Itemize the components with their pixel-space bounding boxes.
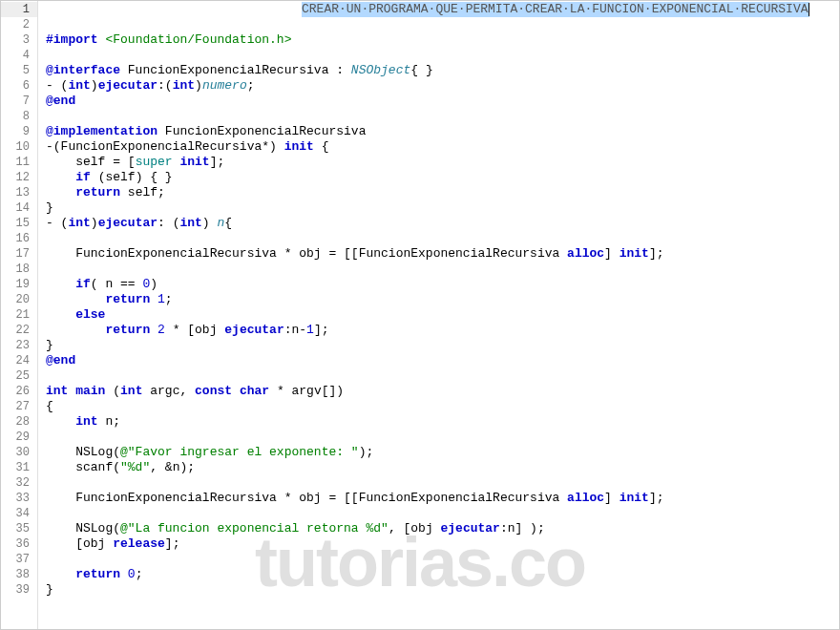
token-str: "%d" (120, 460, 150, 474)
token-pln: ) (91, 216, 98, 230)
token-pln: n; (98, 414, 120, 429)
code-line[interactable]: #import <Foundation/Foundation.h> (46, 32, 840, 48)
token-pln: scanf( (46, 460, 120, 474)
code-line[interactable] (46, 430, 840, 445)
token-pln: :n- (284, 323, 306, 337)
code-line[interactable] (46, 368, 840, 384)
line-number: 39 (0, 582, 37, 598)
code-line[interactable] (46, 17, 840, 32)
selected-comment: CREAR·UN·PROGRAMA·QUE·PERMITA·CREAR·LA·F… (302, 2, 809, 17)
token-pln: } (46, 338, 53, 352)
token-pln: { } (410, 63, 432, 77)
token-pln: ) (91, 78, 98, 93)
code-line[interactable]: scanf("%d", &n); (46, 460, 840, 475)
code-line[interactable]: return 2 * [obj ejecutar:n-1]; (46, 323, 840, 338)
token-pln: FuncionExponencialRecursiva * obj = [[Fu… (46, 246, 567, 261)
code-line[interactable]: CREAR·UN·PROGRAMA·QUE·PERMITA·CREAR·LA·F… (46, 2, 840, 17)
code-line[interactable]: if (self) { } (46, 170, 840, 185)
code-line[interactable]: self = [super init]; (46, 155, 840, 170)
token-at: @end (46, 353, 75, 368)
code-line[interactable] (46, 506, 840, 521)
line-number: 31 (0, 460, 37, 475)
token-pln: ( n == (91, 277, 143, 291)
line-number: 17 (0, 246, 37, 262)
code-line[interactable]: @implementation FuncionExponencialRecurs… (46, 124, 840, 139)
line-number: 23 (0, 338, 37, 353)
token-pln: ]; (210, 155, 225, 169)
line-number: 36 (0, 536, 37, 552)
token-pln: ( (105, 384, 120, 398)
code-line[interactable]: return 1; (46, 292, 840, 307)
line-number: 38 (0, 567, 37, 582)
code-line[interactable]: FuncionExponencialRecursiva * obj = [[Fu… (46, 491, 840, 506)
code-line[interactable]: else (46, 307, 840, 323)
token-num: 0 (128, 567, 136, 581)
code-line[interactable] (46, 109, 840, 124)
code-line[interactable] (46, 552, 840, 567)
token-pln: { (314, 139, 329, 154)
code-line[interactable]: { (46, 399, 840, 414)
token-pln (150, 323, 158, 337)
code-line[interactable]: } (46, 200, 840, 216)
token-kw: return (75, 567, 120, 581)
code-line[interactable]: FuncionExponencialRecursiva * obj = [[Fu… (46, 246, 840, 262)
code-line[interactable]: [obj release]; (46, 536, 840, 552)
code-line[interactable] (46, 475, 840, 491)
code-line[interactable]: NSLog(@"Favor ingresar el exponente: "); (46, 445, 840, 460)
code-line[interactable]: if( n == 0) (46, 277, 840, 292)
token-dir: #import (46, 32, 105, 47)
code-line[interactable]: @end (46, 353, 840, 368)
token-pln (46, 323, 105, 337)
code-line[interactable]: return 0; (46, 567, 840, 582)
code-line[interactable] (46, 231, 840, 246)
token-kw: return (75, 185, 120, 200)
text-cursor (808, 3, 809, 16)
token-kw: return (105, 292, 150, 306)
code-line[interactable]: -(FuncionExponencialRecursiva*) init { (46, 139, 840, 155)
code-line[interactable]: } (46, 338, 840, 353)
code-line[interactable]: @interface FuncionExponencialRecursiva :… (46, 63, 840, 78)
code-line[interactable] (46, 262, 840, 277)
line-number: 4 (0, 48, 37, 63)
token-kw: return (105, 323, 150, 337)
code-line[interactable]: NSLog(@"La funcion exponencial retorna %… (46, 521, 840, 536)
token-at: @interface (46, 63, 120, 77)
code-line[interactable]: } (46, 582, 840, 598)
token-pln: : ( (158, 216, 179, 230)
code-line[interactable] (46, 48, 840, 63)
token-msg: alloc (567, 491, 604, 505)
code-editor[interactable]: 1234567891011121314151617181920212223242… (0, 0, 840, 630)
code-line[interactable]: int n; (46, 414, 840, 430)
token-kw: int (75, 414, 97, 429)
line-number: 27 (0, 399, 37, 414)
token-pln (46, 307, 75, 322)
token-pln: [obj (46, 536, 113, 551)
code-line[interactable]: return self; (46, 185, 840, 200)
token-pln: { (46, 399, 53, 413)
code-line[interactable]: - (int)ejecutar: (int) n{ (46, 216, 840, 231)
code-line[interactable]: - (int)ejecutar:(int)numero; (46, 78, 840, 94)
code-line[interactable]: @end (46, 94, 840, 109)
line-number: 34 (0, 506, 37, 521)
code-line[interactable]: int main (int argc, const char * argv[]) (46, 384, 840, 399)
line-number: 8 (0, 109, 37, 124)
token-pln: NSLog( (46, 445, 120, 459)
token-pln: - ( (46, 78, 68, 93)
token-inc: <Foundation/Foundation.h> (105, 32, 291, 47)
token-pln: { (224, 216, 232, 230)
token-msg: ejecutar (224, 323, 284, 337)
line-number: 12 (0, 170, 37, 185)
token-kw: int (179, 216, 201, 230)
token-pln: ]; (165, 536, 180, 551)
token-at: @implementation (46, 124, 158, 138)
token-pln (120, 567, 128, 581)
line-number: 24 (0, 353, 37, 368)
line-number: 21 (0, 307, 37, 323)
code-area[interactable]: CREAR·UN·PROGRAMA·QUE·PERMITA·CREAR·LA·F… (38, 0, 840, 630)
line-number: 30 (0, 445, 37, 460)
token-pln: ]; (649, 246, 664, 261)
token-pln: , [obj (388, 521, 441, 536)
token-num: 1 (158, 292, 165, 306)
token-num: 1 (306, 323, 314, 337)
token-kw: else (75, 307, 105, 322)
